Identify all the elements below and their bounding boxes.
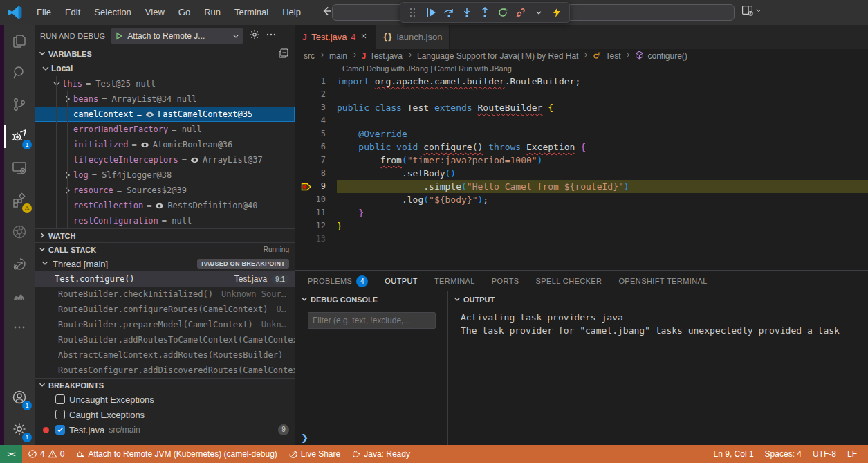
breakpoint-checkbox[interactable] [55,410,65,419]
code-line-4[interactable]: 4 [295,114,868,127]
restart-icon[interactable] [495,4,511,21]
breadcrumb-item[interactable]: Test [605,51,620,61]
back-icon[interactable] [320,5,333,20]
code-line-11[interactable]: 11 } [295,206,868,219]
output-header[interactable]: OUTPUT [448,291,868,308]
code-line-12[interactable]: 12} [295,219,868,233]
lazy-eval-eye-icon[interactable] [155,201,164,210]
activity-bar-item-source-control[interactable] [4,89,35,120]
breadcrumb-item[interactable]: Language Support for Java(TM) by Red Hat [417,51,578,61]
code-line-6[interactable]: 6 public void configure() throws Excepti… [295,140,868,154]
code-editor[interactable]: Camel Debug with JBang | Camel Run with … [295,63,868,270]
stack-frame-row[interactable]: RouteBuilder.configureRoutes(CamelContex… [35,302,295,317]
menu-terminal[interactable]: Terminal [228,0,275,25]
stack-frame-row[interactable]: RouteBuilder.prepareModel(CamelContext)U… [35,317,295,332]
activity-bar-item-more-views[interactable] [4,311,35,343]
step-over-icon[interactable] [441,4,457,21]
activity-bar-item-extensions[interactable]: ⚠ [4,184,35,216]
breakpoint-checkbox[interactable] [55,394,65,404]
disconnect-dropdown-icon[interactable] [530,4,547,21]
activity-bar-item-run-and-debug[interactable]: 1 [4,120,35,152]
close-icon[interactable] [360,32,368,42]
output-log[interactable]: Activating task providers javaThe task p… [448,308,868,337]
code-line-7[interactable]: 7 from("timer:java?period=1000") [295,154,868,167]
stack-frame-row[interactable]: RoutesConfigurer.addDiscoveredRoutes(Cam… [35,363,295,378]
gear-icon[interactable] [249,29,260,43]
drag-handle-icon[interactable] [405,4,421,21]
variable-row[interactable]: initialized=AtomicBoolean@36 [35,137,295,152]
breakpoint-row[interactable]: Caught Exceptions [35,407,295,422]
variable-row[interactable]: lifecycleInterceptors=ArrayList@37 [35,152,295,167]
launch-config-dropdown[interactable]: Attach to Remote J... [111,28,243,44]
code-line-3[interactable]: 3public class Test extends RouteBuilder … [295,101,868,114]
codelens-actions[interactable]: Camel Debug with JBang | Camel Run with … [295,63,868,75]
breadcrumb-item[interactable]: src [304,51,315,61]
layout-button[interactable] [741,4,762,16]
stack-frame-row[interactable]: AbstractCamelContext.addRoutes(RoutesBui… [35,347,295,363]
variable-row[interactable]: restConfiguration= null [35,213,295,228]
hot-code-replace-icon[interactable] [548,4,565,21]
editor-tab-launch-json[interactable]: {}launch.json [376,25,450,49]
start-debug-icon[interactable] [115,32,123,40]
stack-frame-row[interactable]: RouteBuilder.addRoutesToCamelContext(Cam… [35,332,295,347]
step-into-icon[interactable] [459,4,475,21]
activity-bar-item-camel[interactable] [4,280,35,311]
activity-bar-item-manage[interactable]: 1 [4,413,35,445]
menu-file[interactable]: File [30,0,58,25]
status-item-ln[interactable]: Ln 9, Col 1 [708,445,759,463]
code-line-5[interactable]: 5 @Override [295,127,868,140]
lazy-eval-eye-icon[interactable] [190,156,199,165]
debug-session-status[interactable]: Attach to Remote JVM (Kubernetes) (camel… [70,445,282,463]
variable-row[interactable]: beans= ArrayList@34 null [35,91,295,107]
activity-bar-item-kubernetes[interactable] [4,216,35,248]
lazy-eval-eye-icon[interactable] [140,140,149,149]
menu-view[interactable]: View [138,0,172,25]
call-stack-section-header[interactable]: CALL STACK Running [35,242,295,256]
lazy-eval-eye-icon[interactable] [145,110,154,119]
watch-section-header[interactable]: WATCH [35,228,295,242]
editor-tab-Test-java[interactable]: JTest.java4 [295,25,376,49]
code-line-13[interactable]: 13 [295,233,868,246]
status-item-spaces[interactable]: Spaces: 4 [759,445,807,463]
panel-tab-output[interactable]: OUTPUT [385,271,418,291]
menu-edit[interactable]: Edit [58,0,87,25]
menu-run[interactable]: Run [197,0,228,25]
more-actions-icon[interactable] [266,29,277,43]
menu-selection[interactable]: Selection [87,0,138,25]
remote-indicator[interactable]: >< [0,445,22,463]
activity-bar-item-search[interactable] [4,57,35,89]
debug-console-header[interactable]: DEBUG CONSOLE [295,291,447,308]
panel-tab-problems[interactable]: PROBLEMS4 [308,271,368,291]
breadcrumb-item[interactable]: configure() [647,51,687,61]
variable-row[interactable]: resource= Sources$2@39 [35,183,295,198]
collapse-all-icon[interactable] [278,48,289,60]
breadcrumb-item[interactable]: Test.java [370,51,403,61]
panel-tab-terminal[interactable]: TERMINAL [434,271,475,291]
menu-go[interactable]: Go [172,0,197,25]
variable-row[interactable]: camelContext=FastCamelContext@35 [35,107,295,122]
panel-tab-spell-checker[interactable]: SPELL CHECKER [536,271,602,291]
breakpoint-row[interactable]: Test.javasrc/main9 [35,422,295,437]
panel-tab-openshift-terminal[interactable]: OPENSHIFT TERMINAL [618,271,707,291]
debug-console-input[interactable]: ❯ [295,430,447,445]
live-share-status[interactable]: Live Share [283,445,346,463]
code-line-10[interactable]: 10 .log("${body}"); [295,193,868,206]
breakpoint-checkbox[interactable] [55,425,65,435]
variable-row[interactable]: log= Slf4jLogger@38 [35,167,295,183]
code-line-8[interactable]: 8 .setBody() [295,167,868,180]
breadcrumb[interactable]: srcmainJTest.javaLanguage Support for Ja… [295,49,868,63]
code-line-1[interactable]: 1import org.apache.camel.builder.RouteBu… [295,75,868,88]
code-line-9[interactable]: 9 .simple("Hello Camel from ${routeId}") [295,180,868,193]
debug-console-filter-input[interactable] [308,312,436,329]
variable-row[interactable]: Local [35,61,295,76]
breakpoints-section-header[interactable]: BREAKPOINTS [35,378,295,392]
breadcrumb-item[interactable]: main [329,51,347,61]
variable-row[interactable]: restCollection=RestsDefinition@40 [35,198,295,213]
thread-row[interactable]: Thread [main] PAUSED ON BREAKPOINT [35,256,295,271]
status-item-lf[interactable]: LF [842,445,862,463]
activity-bar-item-remote-explorer[interactable] [4,152,35,184]
java-status[interactable]: Java: Ready [346,445,416,463]
stack-frame-row[interactable]: RouteBuilder.checkInitialized()Unknown S… [35,287,295,302]
variable-row[interactable]: errorHandlerFactory= null [35,122,295,137]
stack-frame-row[interactable]: Test.configure()Test.java9:1 [35,271,295,287]
